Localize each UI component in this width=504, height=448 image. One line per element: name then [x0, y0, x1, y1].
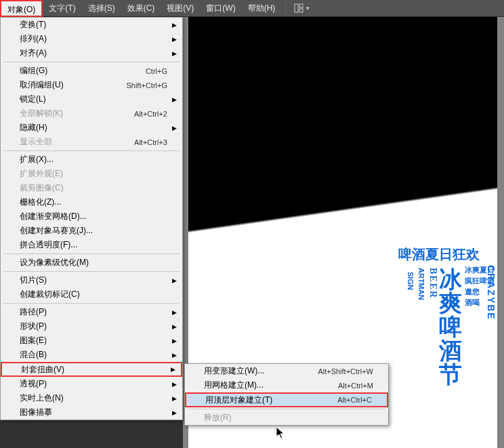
svg-rect-1: [299, 4, 303, 7]
menu-shortcut: Alt+Ctrl+3: [134, 138, 167, 146]
submenu-arrow-icon: ▶: [172, 395, 177, 402]
menu-item-31[interactable]: 图像描摹▶: [1, 405, 182, 420]
submenu-arrow-icon: ▶: [172, 323, 177, 330]
svg-rect-0: [295, 4, 298, 12]
separator: [285, 3, 286, 14]
menu-view[interactable]: 视图(V): [161, 0, 200, 17]
menu-item-30[interactable]: 实时上色(N)▶: [1, 391, 182, 405]
menu-item-7: 全部解锁(K)Alt+Ctrl+2: [1, 106, 182, 121]
submenu-arrow-icon: ▶: [172, 36, 177, 43]
menu-item-0[interactable]: 变换(T)▶: [1, 18, 182, 32]
menu-shortcut: Shift+Ctrl+G: [126, 81, 167, 89]
menu-item-26[interactable]: 图案(E)▶: [1, 333, 182, 348]
text-ice2-1: 冰: [439, 268, 462, 291]
menu-item-21[interactable]: 切片(S)▶: [1, 273, 182, 287]
submenu-arrow-icon: ▶: [172, 338, 177, 344]
menu-item-19[interactable]: 设为像素级优化(M): [1, 256, 182, 270]
submenu-item-0[interactable]: 用变形建立(W)...Alt+Shift+Ctrl+W: [185, 364, 388, 378]
menu-item-12: 扩展外观(E): [1, 167, 182, 181]
submenu-item-1[interactable]: 用网格建立(M)...Alt+Ctrl+M: [185, 378, 388, 392]
menu-shortcut: Alt+Ctrl+M: [338, 382, 373, 390]
menu-item-5[interactable]: 取消编组(U)Shift+Ctrl+G: [1, 78, 182, 92]
text-ice2-3: 啤: [439, 315, 462, 338]
menu-shortcut: Alt+Ctrl+2: [134, 110, 167, 118]
svg-rect-2: [299, 9, 303, 12]
menu-help[interactable]: 帮助(H): [242, 0, 282, 17]
text-crazy-v2: CRAZYBE: [486, 265, 496, 321]
menu-text[interactable]: 文字(T): [43, 0, 81, 17]
text-bot-5: 酒喝: [465, 299, 480, 306]
menu-item-2[interactable]: 对齐(A)▶: [1, 46, 182, 60]
menu-item-17[interactable]: 拼合透明度(F)...: [1, 238, 182, 252]
submenu-arrow-icon: ▶: [171, 366, 175, 373]
menu-object[interactable]: 对象(O): [0, 0, 43, 17]
submenu-arrow-icon: ▶: [172, 22, 177, 28]
submenu-arrow-icon: ▶: [172, 96, 177, 103]
menu-separator: [3, 253, 180, 254]
menu-item-4[interactable]: 编组(G)Ctrl+G: [1, 64, 182, 78]
menu-item-11[interactable]: 扩展(X)...: [1, 152, 182, 167]
text-sign2: SIGN: [406, 272, 414, 290]
text-beer-v: BEER: [428, 268, 438, 299]
menu-separator: [3, 303, 180, 304]
submenu-arrow-icon: ▶: [172, 125, 177, 131]
menu-shortcut: Alt+Ctrl+C: [337, 396, 372, 404]
submenu-arrow-icon: ▶: [172, 409, 177, 416]
menu-shortcut: Ctrl+G: [146, 67, 167, 75]
menu-select[interactable]: 选择(S): [82, 0, 121, 17]
submenu-arrow-icon: ▶: [172, 50, 177, 57]
menu-item-13: 裁剪图像(C): [1, 181, 182, 195]
menu-separator: [3, 62, 180, 62]
menu-item-29[interactable]: 透视(P)▶: [1, 377, 182, 391]
text-ice2-4: 酒: [439, 339, 462, 362]
menu-item-27[interactable]: 混合(B)▶: [1, 348, 182, 362]
object-menu: 变换(T)▶排列(A)▶对齐(A)▶编组(G)Ctrl+G取消编组(U)Shif…: [0, 17, 183, 420]
menu-effect[interactable]: 效果(C): [121, 0, 161, 17]
menu-separator: [3, 150, 180, 151]
menu-item-22[interactable]: 创建裁切标记(C): [1, 287, 182, 302]
menu-shortcut: Alt+Shift+Ctrl+W: [318, 367, 373, 375]
menu-window[interactable]: 窗口(W): [200, 0, 241, 17]
menu-separator: [3, 271, 180, 272]
text-ice2-2: 爽: [439, 291, 462, 314]
submenu-arrow-icon: ▶: [172, 352, 177, 359]
menu-item-14[interactable]: 栅格化(Z)...: [1, 195, 182, 209]
text-ice2-5: 节: [439, 363, 462, 386]
menubar: 对象(O) 文字(T) 选择(S) 效果(C) 视图(V) 窗口(W) 帮助(H…: [0, 0, 504, 17]
menu-item-25[interactable]: 形状(P)▶: [1, 319, 182, 333]
menu-item-1[interactable]: 排列(A)▶: [1, 32, 182, 46]
doc-arrange-icon[interactable]: ▼: [290, 3, 314, 13]
menu-item-24[interactable]: 路径(P)▶: [1, 305, 182, 319]
menu-item-28[interactable]: 封套扭曲(V)▶用变形建立(W)...Alt+Shift+Ctrl+W用网格建立…: [1, 362, 182, 377]
menu-item-15[interactable]: 创建渐变网格(D)...: [1, 209, 182, 224]
envelope-submenu: 用变形建立(W)...Alt+Shift+Ctrl+W用网格建立(M)...Al…: [184, 363, 389, 426]
submenu-arrow-icon: ▶: [172, 309, 177, 316]
text-artman2: ARTMAN: [417, 268, 425, 300]
submenu-arrow-icon: ▶: [172, 277, 177, 284]
menu-item-9: 显示全部Alt+Ctrl+3: [1, 135, 182, 149]
text-bot-4: 邀您: [465, 288, 480, 296]
submenu-item-2[interactable]: 用顶层对象建立(T)Alt+Ctrl+C: [185, 392, 388, 407]
submenu-arrow-icon: ▶: [172, 381, 177, 388]
submenu-item-3: 释放(R): [185, 411, 388, 425]
text-bot-1: 啤酒夏日狂欢: [398, 247, 480, 261]
cursor-icon: [276, 427, 287, 441]
menu-item-8[interactable]: 隐藏(H)▶: [1, 121, 182, 135]
menu-item-16[interactable]: 创建对象马赛克(J)...: [1, 224, 182, 238]
menu-item-6[interactable]: 锁定(L)▶: [1, 92, 182, 106]
